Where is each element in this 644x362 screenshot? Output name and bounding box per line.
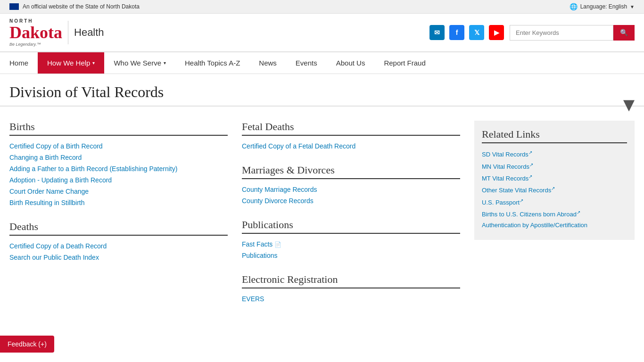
column-related-links: Related Links SD Vital Records↗ MN Vital… (474, 121, 635, 317)
search-input[interactable] (510, 25, 613, 41)
nav-item-who-we-serve[interactable]: Who We Serve ▾ (104, 52, 175, 74)
births-heading: Births (9, 121, 228, 136)
deaths-section: Deaths Certified Copy of a Death Record … (9, 221, 228, 261)
language-label: Language: English (580, 3, 627, 10)
marriages-divorces-section: Marriages & Divorces County Marriage Rec… (242, 164, 460, 205)
official-text: An official website of the State of Nort… (23, 3, 140, 10)
nav-item-events[interactable]: Events (286, 52, 327, 74)
external-link-icon: ↗ (520, 198, 523, 203)
main-content: Births Certified Copy of a Birth Record … (0, 107, 644, 331)
column-births-deaths: Births Certified Copy of a Birth Record … (9, 121, 242, 317)
nav-item-health-topics[interactable]: Health Topics A-Z (175, 52, 249, 74)
social-icons: ✉ f 𝕏 ▶ (429, 25, 504, 40)
chevron-down-icon: ▾ (92, 60, 95, 66)
logo-dakota: Dakota (9, 24, 62, 42)
deaths-heading: Deaths (9, 221, 228, 236)
external-link-icon: ↗ (529, 162, 533, 167)
page-title-area: Division of Vital Records (0, 74, 644, 107)
chevron-down-icon: ▾ (164, 60, 166, 66)
county-marriage-records-link[interactable]: County Marriage Records (242, 186, 460, 193)
electronic-registration-heading: Electronic Registration (242, 273, 460, 288)
authentication-apostille-link[interactable]: Authentication by Apostille/Certificatio… (482, 222, 627, 229)
email-icon[interactable]: ✉ (429, 25, 445, 40)
electronic-registration-section: Electronic Registration EVERS (242, 273, 460, 303)
logo-area: NORTH Dakota Be Legendary.™ Health (9, 18, 104, 47)
electronic-registration-link[interactable]: Electronic Registration (242, 273, 338, 285)
births-us-citizens-abroad-link[interactable]: Births to U.S. Citizens born Abroad↗ (482, 210, 627, 218)
publications-link[interactable]: Publications (242, 219, 293, 230)
logo-health: Health (74, 26, 104, 39)
birth-adoption-link[interactable]: Adoption - Updating a Birth Record (9, 176, 228, 184)
births-section: Births Certified Copy of a Birth Record … (9, 121, 228, 206)
external-link-icon: ↗ (528, 174, 532, 179)
marriages-divorces-heading: Marriages & Divorces (242, 164, 460, 179)
nav-item-report-fraud[interactable]: Report Fraud (374, 52, 435, 74)
page-title: Division of Vital Records (9, 83, 635, 101)
chevron-down-icon: ▼ (630, 4, 635, 9)
birth-stillbirth-link[interactable]: Birth Resulting in Stillbirth (9, 199, 228, 206)
county-divorce-records-link[interactable]: County Divorce Records (242, 197, 460, 205)
nav-report-fraud-label: Report Fraud (384, 59, 425, 67)
nav-home-label: Home (9, 59, 28, 67)
column-middle: Fetal Deaths Certified Copy of a Fetal D… (242, 121, 474, 317)
fetal-death-certified-link[interactable]: Certified Copy of a Fetal Death Record (242, 142, 460, 150)
death-public-index-link[interactable]: Search our Public Death Index (9, 254, 228, 261)
marriages-divorces-link[interactable]: Marriages & Divorces (242, 164, 335, 176)
facebook-icon[interactable]: f (449, 25, 464, 40)
nav-health-topics-label: Health Topics A-Z (185, 59, 240, 67)
evers-link[interactable]: EVERS (242, 295, 460, 303)
logo-divider (68, 21, 68, 44)
births-link[interactable]: Births (9, 121, 35, 132)
fast-facts-label: Fast Facts (242, 240, 272, 248)
top-bar: An official website of the State of Nort… (0, 0, 644, 14)
logo-tagline: Be Legendary.™ (9, 42, 62, 47)
nav-item-about-us[interactable]: About Us (327, 52, 375, 74)
mt-vital-records-link[interactable]: MT Vital Records↗ (482, 174, 627, 182)
death-certified-copy-link[interactable]: Certified Copy of a Death Record (9, 242, 228, 250)
related-links-heading: Related Links (482, 128, 627, 143)
official-notice: An official website of the State of Nort… (9, 3, 140, 10)
publications-heading: Publications (242, 219, 460, 234)
nav-who-we-serve-label: Who We Serve (114, 59, 161, 67)
logo[interactable]: NORTH Dakota Be Legendary.™ (9, 18, 62, 47)
publications-section: Publications Fast Facts 📄 Publications (242, 219, 460, 259)
external-link-icon: ↗ (577, 210, 580, 215)
nav-about-us-label: About Us (336, 59, 365, 67)
other-state-vital-records-link[interactable]: Other State Vital Records↗ (482, 186, 627, 194)
fetal-deaths-heading: Fetal Deaths (242, 121, 460, 136)
us-passport-link[interactable]: U.S. Passport↗ (482, 198, 627, 206)
fetal-deaths-link[interactable]: Fetal Deaths (242, 121, 294, 132)
search-button[interactable]: 🔍 (613, 25, 635, 41)
nav-item-news[interactable]: News (249, 52, 286, 74)
birth-adding-father-link[interactable]: Adding a Father to a Birth Record (Estab… (9, 165, 228, 173)
deaths-link[interactable]: Deaths (9, 221, 38, 232)
sd-vital-records-link[interactable]: SD Vital Records↗ (482, 150, 627, 158)
related-links-box: Related Links SD Vital Records↗ MN Vital… (474, 121, 635, 240)
globe-icon: 🌐 (570, 3, 578, 10)
nd-flag-icon (9, 3, 19, 10)
language-selector[interactable]: 🌐 Language: English ▼ (570, 3, 635, 10)
main-nav: Home How We Help ▾ Who We Serve ▾ Health… (0, 52, 644, 74)
birth-certified-copy-link[interactable]: Certified Copy of a Birth Record (9, 142, 228, 150)
nav-events-label: Events (296, 59, 317, 67)
publications-sub-link[interactable]: Publications (242, 252, 460, 259)
birth-court-order-link[interactable]: Court Order Name Change (9, 188, 228, 195)
pdf-icon: 📄 (274, 241, 281, 248)
mn-vital-records-link[interactable]: MN Vital Records↗ (482, 162, 627, 170)
external-link-icon: ↗ (528, 150, 532, 155)
nav-how-we-help-label: How We Help (47, 59, 90, 67)
fast-facts-link[interactable]: Fast Facts 📄 (242, 240, 460, 248)
header: NORTH Dakota Be Legendary.™ Health ✉ f 𝕏… (0, 14, 644, 52)
nav-item-home[interactable]: Home (0, 52, 38, 74)
header-right: ✉ f 𝕏 ▶ 🔍 (429, 25, 635, 41)
search-area: 🔍 (510, 25, 635, 41)
fetal-deaths-section: Fetal Deaths Certified Copy of a Fetal D… (242, 121, 460, 150)
youtube-icon[interactable]: ▶ (489, 25, 504, 40)
nav-news-label: News (259, 59, 277, 67)
twitter-icon[interactable]: 𝕏 (469, 25, 484, 40)
nav-item-how-we-help[interactable]: How We Help ▾ (38, 52, 104, 74)
external-link-icon: ↗ (551, 186, 555, 191)
birth-changing-record-link[interactable]: Changing a Birth Record (9, 154, 228, 161)
